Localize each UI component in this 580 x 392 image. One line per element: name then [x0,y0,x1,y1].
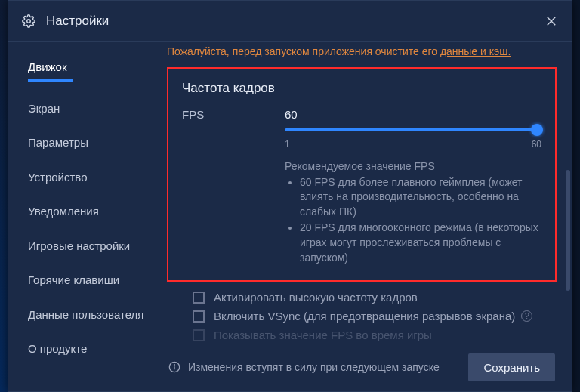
sidebar-item-about[interactable]: О продукте [28,341,149,357]
check-high-fps-row: Активировать высокую частоту кадров [193,291,557,304]
sidebar-item-game-settings[interactable]: Игровые настройки [28,239,149,254]
svg-point-5 [174,365,175,366]
fps-label: FPS [182,108,285,267]
reco-item: 20 FPS для многооконного режима (в некот… [300,221,541,265]
sidebar-item-params[interactable]: Параметры [28,135,149,150]
sidebar-item-engine[interactable]: Движок [28,60,149,82]
sidebar-item-userdata[interactable]: Данные пользователя [28,307,149,323]
scrollbar[interactable] [566,170,570,291]
info-icon [168,361,180,373]
check-vsync-row: Включить VSync (для предотвращения разры… [193,310,557,323]
reco-item: 60 FPS для более плавного геймплея (може… [300,175,541,220]
save-button[interactable]: Сохранить [468,353,555,381]
fps-value: 60 [285,108,541,121]
sidebar: Движок Экран Параметры Устройство Уведом… [8,42,149,391]
settings-window: Настройки Движок Экран Параметры Устройс… [8,0,572,392]
gear-icon [22,14,35,28]
check-show-fps-row: Показывать значение FPS во время игры [193,329,557,341]
slider-track [285,128,541,131]
svg-point-0 [27,19,31,23]
titlebar: Настройки [8,1,572,42]
check-high-fps-label: Активировать высокую частоту кадров [214,291,418,304]
warning-prefix: Пожалуйста, перед запуском приложения оч… [167,45,440,57]
close-icon[interactable] [545,14,558,28]
sidebar-item-hotkeys[interactable]: Горячие клавиши [28,273,149,288]
clear-cache-link[interactable]: данные и кэш. [440,45,511,57]
reco-title: Рекомендуемое значение FPS [285,160,541,172]
footer-bar: Изменения вступят в силу при следующем з… [149,343,572,391]
help-icon[interactable]: ? [521,310,532,322]
sidebar-item-notifications[interactable]: Уведомления [28,204,149,219]
slider-thumb[interactable] [531,124,543,136]
fps-slider[interactable] [285,125,541,136]
fps-recommendation: Рекомендуемое значение FPS 60 FPS для бо… [285,160,541,266]
window-title: Настройки [46,14,545,29]
checkbox-high-fps[interactable] [193,292,205,304]
fps-section-title: Частота кадров [182,81,541,96]
slider-min: 1 [285,139,290,150]
slider-labels: 1 60 [285,139,541,150]
footer-note: Изменения вступят в силу при следующем з… [188,361,468,373]
slider-max: 60 [532,139,541,150]
check-vsync-label: Включить VSync (для предотвращения разры… [214,310,515,323]
checkbox-show-fps[interactable] [193,329,205,341]
warning-text: Пожалуйста, перед запуском приложения оч… [167,45,557,60]
content-panel: Пожалуйста, перед запуском приложения оч… [149,42,572,391]
checkbox-vsync[interactable] [193,310,205,323]
sidebar-item-screen[interactable]: Экран [28,101,149,116]
fps-section-highlight: Частота кадров FPS 60 1 60 [167,67,557,282]
check-show-fps-label: Показывать значение FPS во время игры [214,329,432,341]
sidebar-item-device[interactable]: Устройство [28,170,149,185]
